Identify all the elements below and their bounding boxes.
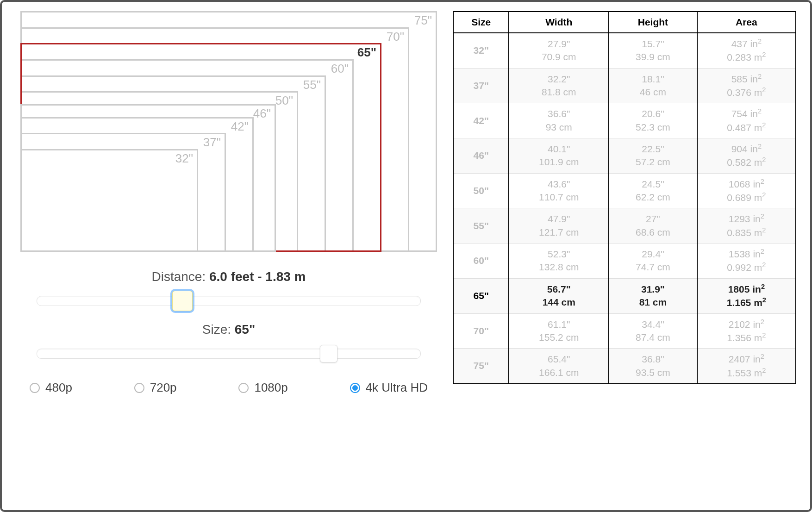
cell-size: 75" [453,349,509,384]
cell-height: 22.5"57.2 cm [609,138,697,174]
cell-area: 2102 in21.356 m2 [697,313,796,349]
cell-width: 65.4"166.1 cm [509,349,609,384]
cell-width: 47.9"121.7 cm [509,208,609,244]
resolution-radio-4k-ultra-hd[interactable]: 4k Ultra HD [350,381,428,395]
cell-width: 56.7"144 cm [509,278,609,313]
cell-height: 20.6"52.3 cm [609,103,697,138]
tv-size-calculator: 32"37"42"46"50"55"60"65"70"75" Distance:… [0,0,812,512]
distance-label-text: Distance: [151,269,206,284]
table-row: 50"43.6"110.7 cm24.5"62.2 cm1068 in20.68… [453,173,796,208]
table-row: 60"52.3"132.8 cm29.4"74.7 cm1538 in20.99… [453,244,796,279]
size-rect-label: 46" [253,106,271,121]
size-rect-label: 70" [387,30,404,44]
cell-width: 32.2"81.8 cm [509,68,609,103]
size-label: Size: 65" [202,322,255,337]
radio-circle-icon [30,383,40,393]
size-slider[interactable] [37,343,421,364]
table-row: 42"36.6"93 cm20.6"52.3 cm754 in20.487 m2 [453,103,796,138]
cell-width: 43.6"110.7 cm [509,173,609,208]
cell-height: 34.4"87.4 cm [609,313,697,349]
table-header-width: Width [509,12,609,33]
table-row: 46"40.1"101.9 cm22.5"57.2 cm904 in20.582… [453,138,796,174]
size-rect-label: 32" [175,151,193,166]
cell-height: 36.8"93.5 cm [609,349,697,384]
size-slider-thumb[interactable] [320,345,337,362]
table-header-size: Size [453,12,509,33]
table-header-area: Area [697,12,796,33]
distance-value: 6.0 feet - 1.83 m [209,269,306,284]
cell-height: 24.5"62.2 cm [609,173,697,208]
radio-label: 1080p [254,381,287,395]
cell-height: 29.4"74.7 cm [609,244,697,279]
size-rect-label: 75" [414,13,432,28]
left-panel: 32"37"42"46"50"55"60"65"70"75" Distance:… [16,11,442,503]
controls: Distance: 6.0 feet - 1.83 m Size: 65" 48… [16,269,442,395]
cell-height: 31.9"81 cm [609,278,697,313]
cell-size: 42" [453,103,509,138]
cell-area: 437 in20.283 m2 [697,33,796,68]
radio-circle-icon [238,383,249,393]
table-row: 55"47.9"121.7 cm27"68.6 cm1293 in20.835 … [453,208,796,244]
size-slider-track [37,349,421,359]
radio-label: 480p [45,381,72,395]
cell-size: 70" [453,313,509,349]
cell-width: 36.6"93 cm [509,103,609,138]
cell-height: 18.1"46 cm [609,68,697,103]
radio-circle-icon [350,383,360,393]
radio-label: 4k Ultra HD [366,381,428,395]
resolution-radios: 480p720p1080p4k Ultra HD [28,381,430,395]
cell-area: 2407 in21.553 m2 [697,349,796,384]
cell-size: 60" [453,244,509,279]
cell-size: 46" [453,138,509,174]
distance-slider[interactable] [37,291,421,311]
table-row: 65"56.7"144 cm31.9"81 cm1805 in21.165 m2 [453,278,796,313]
cell-size: 55" [453,208,509,244]
dimensions-table: SizeWidthHeightArea 32"27.9"70.9 cm15.7"… [453,11,796,384]
cell-area: 1805 in21.165 m2 [697,278,796,313]
size-rect-32: 32" [20,149,198,252]
radio-circle-icon [134,383,144,393]
distance-slider-track [37,296,421,306]
cell-width: 61.1"155.2 cm [509,313,609,349]
distance-slider-thumb[interactable] [172,291,193,311]
radio-label: 720p [150,381,177,395]
cell-height: 27"68.6 cm [609,208,697,244]
table-header-row: SizeWidthHeightArea [453,12,796,33]
cell-area: 904 in20.582 m2 [697,138,796,174]
cell-size: 50" [453,173,509,208]
size-rect-label: 65" [357,45,376,60]
table-row: 32"27.9"70.9 cm15.7"39.9 cm437 in20.283 … [453,33,796,68]
resolution-radio-480p[interactable]: 480p [30,381,72,395]
cell-size: 32" [453,33,509,68]
table-row: 75"65.4"166.1 cm36.8"93.5 cm2407 in21.55… [453,349,796,384]
cell-height: 15.7"39.9 cm [609,33,697,68]
distance-label: Distance: 6.0 feet - 1.83 m [151,269,306,284]
size-value: 65" [235,322,255,337]
cell-area: 754 in20.487 m2 [697,103,796,138]
cell-size: 37" [453,68,509,103]
size-label-text: Size: [202,322,231,337]
cell-area: 1068 in20.689 m2 [697,173,796,208]
cell-area: 585 in20.376 m2 [697,68,796,103]
table-row: 70"61.1"155.2 cm34.4"87.4 cm2102 in21.35… [453,313,796,349]
resolution-radio-1080p[interactable]: 1080p [238,381,287,395]
size-visualization: 32"37"42"46"50"55"60"65"70"75" [20,11,437,252]
resolution-radio-720p[interactable]: 720p [134,381,177,395]
size-rect-label: 42" [231,119,249,134]
cell-area: 1293 in20.835 m2 [697,208,796,244]
table-header-height: Height [609,12,697,33]
cell-width: 27.9"70.9 cm [509,33,609,68]
cell-width: 52.3"132.8 cm [509,244,609,279]
cell-size: 65" [453,278,509,313]
table-body: 32"27.9"70.9 cm15.7"39.9 cm437 in20.283 … [453,33,796,384]
table-row: 37"32.2"81.8 cm18.1"46 cm585 in20.376 m2 [453,68,796,103]
right-panel: SizeWidthHeightArea 32"27.9"70.9 cm15.7"… [453,11,796,503]
cell-width: 40.1"101.9 cm [509,138,609,174]
size-rect-label: 37" [203,135,221,150]
cell-area: 1538 in20.992 m2 [697,244,796,279]
